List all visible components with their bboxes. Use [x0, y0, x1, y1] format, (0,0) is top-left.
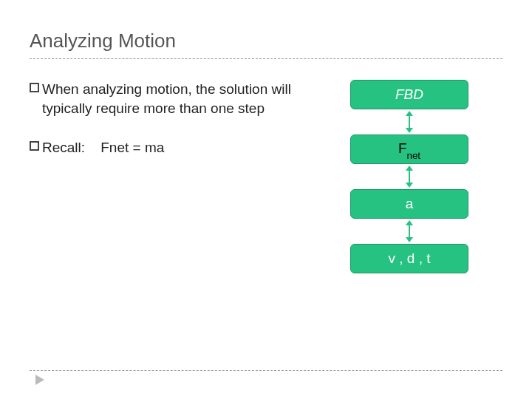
double-arrow-icon — [404, 219, 415, 244]
bullet-2-label: Recall: — [42, 140, 85, 155]
double-arrow-icon — [404, 109, 415, 134]
diagram-box-a: a — [350, 189, 468, 219]
diagram-box-fnet-label: Fnet — [398, 140, 420, 159]
bullet-2: Recall: Fnet = ma — [30, 138, 325, 157]
title-divider — [30, 58, 502, 59]
diagram-box-fnet: Fnet — [350, 134, 468, 164]
svg-marker-7 — [406, 220, 413, 225]
diagram-box-a-label: a — [406, 196, 414, 212]
content-row: When analyzing motion, the solution will… — [30, 80, 502, 273]
svg-marker-4 — [406, 166, 413, 171]
footer-arrow-icon — [35, 375, 47, 387]
svg-marker-1 — [406, 111, 413, 116]
diagram-box-vdt: v , d , t — [350, 244, 468, 273]
svg-marker-9 — [35, 375, 44, 385]
bullet-1: When analyzing motion, the solution will… — [30, 80, 325, 117]
bullet-square-icon — [30, 141, 39, 151]
svg-marker-8 — [406, 237, 413, 242]
bullet-1-text: When analyzing motion, the solution will… — [42, 80, 325, 117]
flow-diagram: FBD Fnet — [343, 80, 476, 273]
diagram-box-fbd-label: FBD — [395, 86, 423, 103]
svg-marker-5 — [406, 183, 413, 188]
footer-divider — [30, 370, 502, 371]
bullet-square-icon — [30, 83, 39, 92]
bullet-2-text: Recall: Fnet = ma — [42, 138, 325, 157]
slide-title: Analyzing Motion — [30, 30, 502, 52]
slide-container: Analyzing Motion When analyzing motion, … — [0, 0, 532, 399]
svg-marker-2 — [406, 128, 413, 133]
diagram-box-vdt-label: v , d , t — [388, 250, 430, 267]
double-arrow-icon — [404, 164, 415, 189]
bullet-2-equation: Fnet = ma — [100, 140, 164, 155]
diagram-box-fbd: FBD — [350, 80, 468, 109]
bullet-list: When analyzing motion, the solution will… — [30, 80, 325, 273]
